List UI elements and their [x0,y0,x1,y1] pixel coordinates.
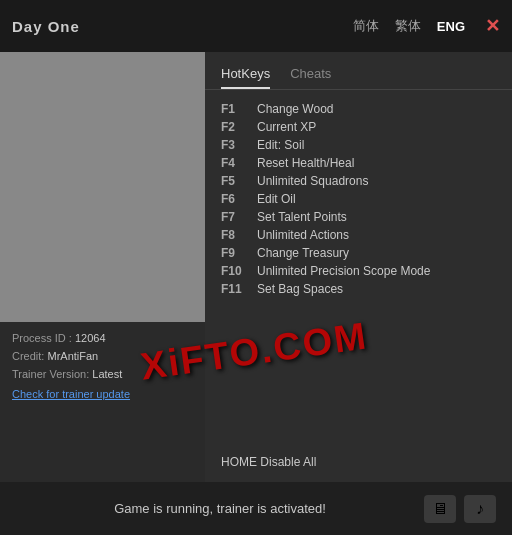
hotkey-item: F11Set Bag Spaces [221,282,496,296]
tab-cheats[interactable]: Cheats [290,62,331,89]
status-message: Game is running, trainer is activated! [16,501,424,516]
hotkey-action: Set Talent Points [257,210,347,224]
hotkey-item: F7Set Talent Points [221,210,496,224]
home-section: HOME Disable All [205,444,512,482]
hotkey-item: F5Unlimited Squadrons [221,174,496,188]
hotkey-action: Set Bag Spaces [257,282,343,296]
hotkey-key: F3 [221,138,257,152]
home-text: HOME Disable All [221,455,316,469]
hotkey-action: Change Wood [257,102,334,116]
hotkey-key: F4 [221,156,257,170]
left-panel: Process ID : 12064 Credit: MrAntiFan Tra… [0,52,205,482]
music-icon: ♪ [476,500,484,518]
hotkey-key: F7 [221,210,257,224]
hotkey-action: Current XP [257,120,316,134]
update-link[interactable]: Check for trainer update [12,388,130,400]
trainer-label: Trainer Version: [12,368,89,380]
hotkey-action: Unlimited Squadrons [257,174,368,188]
monitor-icon: 🖥 [432,500,448,518]
credit-line: Credit: MrAntiFan [12,350,193,362]
hotkey-key: F2 [221,120,257,134]
hotkey-key: F5 [221,174,257,188]
right-panel: HotKeys Cheats F1Change WoodF2Current XP… [205,52,512,482]
lang-simplified[interactable]: 简体 [349,15,383,37]
status-icons: 🖥 ♪ [424,495,496,523]
tab-hotkeys[interactable]: HotKeys [221,62,270,89]
hotkey-action: Unlimited Precision Scope Mode [257,264,430,278]
hotkey-key: F8 [221,228,257,242]
trainer-version-line: Trainer Version: Latest [12,368,193,380]
close-button[interactable]: ✕ [485,15,500,37]
credit-value: MrAntiFan [47,350,98,362]
hotkey-key: F11 [221,282,257,296]
credit-label: Credit: [12,350,44,362]
hotkey-key: F6 [221,192,257,206]
hotkey-action: Edit: Soil [257,138,304,152]
main-area: Process ID : 12064 Credit: MrAntiFan Tra… [0,52,512,482]
lang-english[interactable]: ENG [433,17,469,36]
process-id-line: Process ID : 12064 [12,332,193,344]
trainer-value: Latest [92,368,122,380]
tab-bar: HotKeys Cheats [205,52,512,90]
hotkey-item: F6Edit Oil [221,192,496,206]
app-title: Day One [12,18,80,35]
hotkey-action: Reset Health/Heal [257,156,354,170]
hotkey-item: F2Current XP [221,120,496,134]
hotkey-item: F8Unlimited Actions [221,228,496,242]
hotkey-item: F10Unlimited Precision Scope Mode [221,264,496,278]
hotkey-key: F1 [221,102,257,116]
monitor-icon-button[interactable]: 🖥 [424,495,456,523]
status-bar: Game is running, trainer is activated! 🖥… [0,482,512,535]
hotkey-item: F4Reset Health/Heal [221,156,496,170]
game-image [0,52,205,322]
hotkey-action: Edit Oil [257,192,296,206]
hotkey-item: F3Edit: Soil [221,138,496,152]
hotkeys-list: F1Change WoodF2Current XPF3Edit: SoilF4R… [205,90,512,444]
music-icon-button[interactable]: ♪ [464,495,496,523]
title-bar: Day One 简体 繁体 ENG ✕ [0,0,512,52]
hotkey-item: F9Change Treasury [221,246,496,260]
hotkey-key: F10 [221,264,257,278]
lang-switcher: 简体 繁体 ENG ✕ [349,15,500,37]
lang-traditional[interactable]: 繁体 [391,15,425,37]
hotkey-key: F9 [221,246,257,260]
hotkey-action: Change Treasury [257,246,349,260]
left-info: Process ID : 12064 Credit: MrAntiFan Tra… [0,322,205,482]
hotkey-item: F1Change Wood [221,102,496,116]
process-label: Process ID : [12,332,72,344]
process-value: 12064 [75,332,106,344]
hotkey-action: Unlimited Actions [257,228,349,242]
